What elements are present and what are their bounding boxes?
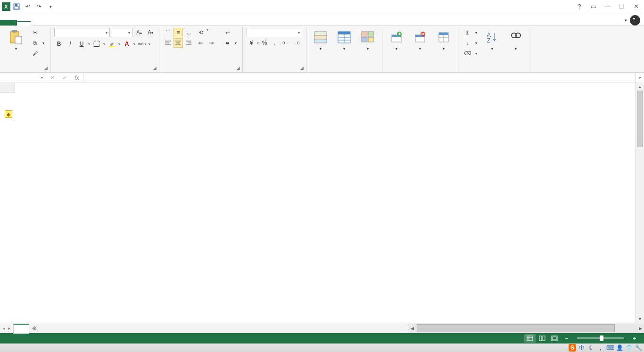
cell-styles-button[interactable]: ▾ — [357, 28, 378, 53]
find-select-button[interactable]: ▾ — [505, 28, 526, 53]
name-box[interactable]: ▾ — [0, 73, 46, 83]
decrease-indent-button[interactable]: ⇤ — [196, 38, 206, 48]
fill-color-button[interactable] — [107, 39, 116, 49]
sort-filter-button[interactable]: AZ ▾ — [482, 28, 503, 53]
tray-ime-icon[interactable]: 中 — [578, 344, 586, 352]
save-button[interactable] — [11, 1, 22, 12]
tray-keyboard-icon[interactable]: ⌨ — [606, 344, 614, 352]
vertical-scroll-thumb[interactable] — [637, 91, 643, 147]
paste-button[interactable]: ▾ — [6, 28, 26, 53]
redo-button[interactable]: ↷ — [34, 1, 44, 12]
autosum-button[interactable]: Σ▾ — [462, 28, 479, 37]
fill-button[interactable]: ↓▾ — [462, 38, 479, 48]
font-size-combo[interactable]: ▾ — [112, 28, 132, 37]
border-button[interactable] — [92, 39, 101, 49]
wrap-text-button[interactable]: ↩ — [222, 28, 239, 37]
decrease-decimal-button[interactable]: ←.0 — [291, 38, 300, 48]
align-bottom-button[interactable]: ⎵ — [184, 28, 193, 37]
tab-insert[interactable] — [31, 22, 44, 25]
clipboard-dialog-launcher[interactable]: ◢ — [42, 65, 49, 71]
tab-file[interactable] — [0, 20, 17, 25]
comma-button[interactable]: , — [270, 38, 280, 48]
scroll-right-button[interactable]: ▶ — [636, 323, 644, 333]
scroll-left-button[interactable]: ◀ — [408, 323, 416, 333]
tab-formulas[interactable] — [58, 22, 71, 25]
tray-tool-icon[interactable]: 🔧 — [635, 344, 642, 352]
sheet-nav-first[interactable]: ◂ — [3, 326, 5, 331]
bold-button[interactable]: B — [54, 39, 64, 49]
clear-button[interactable]: ⌫▾ — [462, 49, 479, 58]
tray-skin-icon[interactable]: 👕 — [625, 344, 633, 352]
conditional-formatting-button[interactable]: ▾ — [310, 28, 331, 53]
user-avatar-icon[interactable] — [630, 15, 640, 25]
select-all-corner[interactable] — [0, 83, 15, 92]
tray-punct-icon[interactable]: ， — [597, 344, 604, 352]
tab-data[interactable] — [71, 22, 84, 25]
close-button[interactable]: ✕ — [630, 2, 642, 11]
align-dialog-launcher[interactable]: ◢ — [235, 65, 241, 71]
ribbon-display-options-button[interactable]: ▭ — [587, 2, 600, 11]
number-dialog-launcher[interactable]: ◢ — [298, 65, 305, 71]
normal-view-button[interactable] — [524, 334, 536, 343]
insert-cells-button[interactable]: ▾ — [386, 28, 407, 53]
merge-center-button[interactable]: ⬌▾ — [222, 38, 239, 48]
error-smarttag-icon[interactable]: ◆ — [5, 110, 12, 118]
font-dialog-launcher[interactable]: ◢ — [151, 65, 158, 71]
number-format-combo[interactable]: ▾ — [247, 28, 302, 37]
phonetic-button[interactable]: wén — [137, 39, 147, 49]
tray-moon-icon[interactable]: ☾ — [587, 344, 595, 352]
enter-formula-button[interactable]: ✓ — [58, 73, 71, 83]
decrease-font-button[interactable]: A▾ — [146, 28, 155, 37]
svg-rect-26 — [362, 32, 367, 36]
copy-button[interactable]: ⧉▾ — [29, 38, 46, 48]
horizontal-scrollbar[interactable]: ◀ ▶ — [408, 323, 644, 333]
increase-decimal-button[interactable]: .0→ — [281, 38, 290, 48]
insert-function-button[interactable]: fx — [71, 73, 83, 83]
zoom-slider[interactable] — [577, 337, 624, 339]
scroll-down-button[interactable]: ▼ — [636, 315, 644, 323]
zoom-in-button[interactable]: + — [629, 334, 640, 343]
delete-cells-button[interactable]: ▾ — [410, 28, 430, 53]
cancel-formula-button[interactable]: ✕ — [46, 73, 58, 83]
page-layout-view-button[interactable] — [537, 334, 548, 343]
sheet-tab-sheet1[interactable] — [13, 324, 29, 334]
orientation-button[interactable]: ⟲ — [196, 28, 206, 37]
tray-user-icon[interactable]: 👤 — [616, 344, 623, 352]
scroll-up-button[interactable]: ▲ — [636, 83, 644, 91]
help-button[interactable]: ? — [573, 2, 586, 11]
cut-button[interactable]: ✂ — [29, 28, 46, 37]
font-name-combo[interactable]: ▾ — [54, 28, 110, 37]
accounting-format-button[interactable]: ¥ — [247, 38, 256, 48]
tab-review[interactable] — [84, 22, 97, 25]
tray-sogou-icon[interactable]: S — [569, 344, 576, 352]
minimize-button[interactable]: — — [602, 2, 614, 11]
format-as-table-button[interactable]: ▾ — [334, 28, 355, 53]
zoom-out-button[interactable]: − — [561, 334, 572, 343]
format-cells-button[interactable]: ▾ — [433, 28, 454, 53]
page-break-view-button[interactable] — [549, 334, 560, 343]
new-sheet-button[interactable]: ⊕ — [29, 323, 40, 333]
restore-button[interactable]: ❐ — [616, 2, 628, 11]
horizontal-scroll-thumb[interactable] — [417, 324, 615, 332]
formula-bar-input[interactable] — [83, 73, 636, 83]
sheet-nav-last[interactable]: ▸ — [8, 326, 10, 331]
increase-font-button[interactable]: A▴ — [134, 28, 144, 37]
align-left-button[interactable] — [163, 38, 173, 48]
align-center-button[interactable] — [173, 38, 183, 48]
qat-customize-button[interactable]: ▾ — [45, 1, 56, 12]
format-painter-button[interactable]: 🖌 — [29, 49, 46, 58]
align-top-button[interactable]: ⎴ — [163, 28, 173, 37]
tab-home[interactable] — [17, 22, 31, 26]
font-color-button[interactable]: A — [122, 39, 132, 49]
align-middle-button[interactable]: ≡ — [173, 28, 183, 37]
undo-button[interactable]: ↶ — [23, 1, 33, 12]
tab-view[interactable] — [97, 22, 110, 25]
underline-button[interactable]: U — [77, 39, 86, 49]
italic-button[interactable]: I — [66, 39, 75, 49]
percent-button[interactable]: % — [260, 38, 269, 48]
expand-formula-bar-button[interactable]: ▾ — [636, 73, 644, 83]
align-right-button[interactable] — [184, 38, 193, 48]
vertical-scrollbar[interactable]: ▲ ▼ — [636, 83, 644, 323]
tab-layout[interactable] — [44, 22, 58, 25]
increase-indent-button[interactable]: ⇥ — [206, 38, 216, 48]
